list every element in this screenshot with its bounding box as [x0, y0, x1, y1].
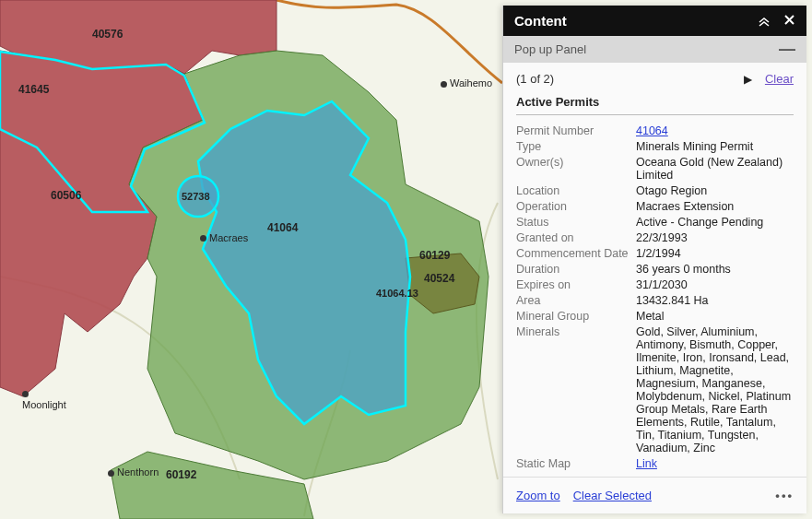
label-location: Location — [516, 184, 636, 197]
pager-text: (1 of 2) — [516, 72, 554, 86]
label-owners: Owner(s) — [516, 156, 636, 182]
panel-title: Content — [514, 13, 567, 29]
value-owners: Oceana Gold (New Zealand) Limited — [636, 156, 794, 182]
value-expires-on: 31/1/2030 — [636, 278, 794, 291]
label-static-map: Static Map — [516, 457, 636, 470]
svg-point-7 — [178, 176, 218, 217]
row-type: Type Minerals Mining Permit — [516, 138, 794, 154]
value-granted-on: 22/3/1993 — [636, 231, 794, 244]
label-permit-number: Permit Number — [516, 124, 636, 137]
row-status: Status Active - Change Pending — [516, 214, 794, 230]
place-dot — [200, 235, 206, 242]
popup-subheader-title: Pop up Panel — [514, 42, 586, 56]
row-mineral-group: Mineral Group Metal — [516, 308, 794, 324]
row-commencement: Commencement Date 1/2/1994 — [516, 245, 794, 261]
close-icon[interactable] — [783, 14, 795, 28]
label-granted-on: Granted on — [516, 231, 636, 244]
value-permit-number[interactable]: 41064 — [636, 124, 794, 137]
row-area: Area 13432.841 Ha — [516, 292, 794, 308]
panel-header: Content — [503, 6, 806, 36]
zoom-to-link[interactable]: Zoom to — [516, 489, 560, 502]
place-dot — [108, 470, 114, 477]
value-static-map[interactable]: Link — [636, 457, 794, 470]
label-type: Type — [516, 140, 636, 153]
label-mineral-group: Mineral Group — [516, 310, 636, 323]
label-operation: Operation — [516, 200, 636, 213]
pager-row: (1 of 2) ▶ Clear — [503, 63, 806, 93]
row-granted-on: Granted on 22/3/1993 — [516, 230, 794, 245]
row-location: Location Otago Region — [516, 183, 794, 198]
value-minerals: Gold, Silver, Aluminium, Antimony, Bismu… — [636, 325, 794, 454]
clear-link[interactable]: Clear — [765, 72, 794, 86]
value-duration: 36 years 0 months — [636, 263, 794, 276]
panel-footer: Zoom to Clear Selected ••• — [503, 477, 806, 513]
row-minerals: Minerals Gold, Silver, Aluminium, Antimo… — [516, 324, 794, 455]
row-permit-number: Permit Number 41064 — [516, 123, 794, 138]
label-duration: Duration — [516, 263, 636, 276]
value-operation: Macraes Extension — [636, 200, 794, 213]
value-area: 13432.841 Ha — [636, 294, 794, 307]
row-expires-on: Expires on 31/1/2030 — [516, 277, 794, 292]
row-operation: Operation Macraes Extension — [516, 198, 794, 214]
more-actions-icon[interactable]: ••• — [775, 489, 794, 502]
minimize-icon[interactable]: — — [779, 44, 795, 54]
popup-subheader: Pop up Panel — — [503, 36, 806, 63]
label-area: Area — [516, 294, 636, 307]
label-status: Status — [516, 216, 636, 229]
value-mineral-group: Metal — [636, 310, 794, 323]
value-type: Minerals Mining Permit — [636, 140, 794, 153]
value-commencement: 1/2/1994 — [636, 247, 794, 260]
details-list[interactable]: Permit Number 41064 Type Minerals Mining… — [503, 121, 806, 477]
value-status: Active - Change Pending — [636, 216, 794, 229]
section-title: Active Permits — [516, 95, 794, 115]
pager-next-icon[interactable]: ▶ — [744, 73, 752, 86]
row-static-map: Static Map Link — [516, 455, 794, 471]
value-location: Otago Region — [636, 184, 794, 197]
label-expires-on: Expires on — [516, 278, 636, 291]
clear-selected-link[interactable]: Clear Selected — [573, 489, 652, 502]
place-dot — [22, 391, 29, 397]
label-commencement: Commencement Date — [516, 247, 636, 260]
label-minerals: Minerals — [516, 325, 636, 454]
collapse-icon[interactable] — [758, 14, 771, 29]
row-duration: Duration 36 years 0 months — [516, 261, 794, 277]
row-owners: Owner(s) Oceana Gold (New Zealand) Limit… — [516, 154, 794, 183]
place-dot — [441, 81, 447, 88]
content-panel: Content Pop up Panel — (1 of 2) ▶ Clear … — [502, 6, 806, 513]
